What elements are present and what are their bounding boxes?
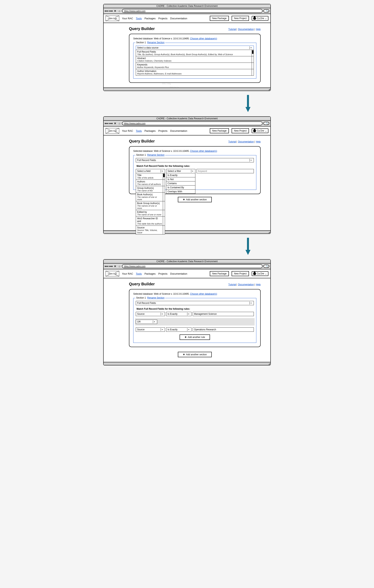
close-icon[interactable]: ✕ xyxy=(113,9,117,13)
chevron-down-icon: ⌄ xyxy=(265,129,267,132)
nav-documentation[interactable]: Documentation xyxy=(170,129,187,132)
new-project-button[interactable]: New Project xyxy=(232,128,249,133)
back-icon[interactable]: ⟸ xyxy=(105,122,108,125)
data-source-select[interactable]: Full Record Fields ▼ xyxy=(136,158,254,162)
field-opt-book-author[interactable]: Book Author(s)The names of one or more xyxy=(136,193,165,201)
filter-opt-overlaps[interactable]: Overlaps With xyxy=(166,190,195,194)
nav-packages[interactable]: Packages xyxy=(145,129,156,132)
filter-dropdown[interactable]: Is Exactly Is Not Contains Is Contained … xyxy=(166,173,195,194)
keyword-input[interactable] xyxy=(197,169,254,173)
db-prefix: Selected database: xyxy=(133,37,154,40)
nav-your-rac[interactable]: Your RAC xyxy=(122,17,133,20)
filter-opt-contained[interactable]: Is Contained By xyxy=(166,186,195,190)
nav-documentation[interactable]: Documentation xyxy=(170,272,187,275)
user-menu[interactable]: Ca Dre ⌄ xyxy=(252,271,269,276)
data-source-dropdown[interactable]: Full Record FieldsTitle, By (author), Gr… xyxy=(136,50,254,76)
nav-tools[interactable]: Tools xyxy=(136,129,142,132)
docs-link[interactable]: Documentation xyxy=(238,28,254,31)
add-section-button[interactable]: ✚ Add another section xyxy=(178,352,212,357)
data-source-select[interactable]: Full Record Fields ▼ xyxy=(136,301,254,305)
option-keywords[interactable]: KeywordsAuthor Keywords, Keywords Plus xyxy=(136,63,254,69)
docs-link[interactable]: Documentation xyxy=(238,140,254,143)
nav-packages[interactable]: Packages xyxy=(145,272,156,275)
nav-your-rac[interactable]: Your RAC xyxy=(122,129,133,132)
search-pill[interactable]: 🔍 xyxy=(263,9,269,12)
field-opt-authors[interactable]: AuthorsThe names of all authors. xyxy=(136,180,165,186)
nav-tools[interactable]: Tools xyxy=(136,272,142,275)
rename-section-link[interactable]: Rename Section xyxy=(147,296,165,299)
field-dropdown[interactable]: TitleTitle of the article. AuthorsThe na… xyxy=(136,173,165,234)
user-menu[interactable]: Ca Dre ⌄ xyxy=(252,128,269,133)
home-icon[interactable]: ⌂ xyxy=(118,122,121,125)
url-field[interactable]: https://www.cadre.com xyxy=(122,264,263,268)
new-project-button[interactable]: New Project xyxy=(232,271,249,276)
rule2-field-select[interactable]: Source▼ xyxy=(136,327,165,332)
resize-icon[interactable]: ◢ xyxy=(269,231,270,233)
option-full-record[interactable]: Full Record FieldsTitle, By (author), Gr… xyxy=(136,50,254,56)
field-opt-wos-id[interactable]: WoS Researcher ID andThis table lists th… xyxy=(136,217,165,226)
url-field[interactable]: https://www.cadre.com xyxy=(122,121,263,125)
help-link[interactable]: Help xyxy=(256,28,261,31)
filter-opt-not[interactable]: Is Not xyxy=(166,177,195,181)
scrollbar[interactable] xyxy=(252,50,254,75)
resize-icon[interactable]: ◢ xyxy=(269,363,270,365)
field-opt-source[interactable]: SourceSource Title, Volume, Issue xyxy=(136,226,165,234)
rule2-filter-select[interactable]: Is Exactly▼ xyxy=(166,327,191,332)
search-pill[interactable]: 🔍 xyxy=(263,265,269,268)
rule1-filter-select[interactable]: Is Exactly▼ xyxy=(166,312,191,316)
choose-db-link[interactable]: Choose other database(s) xyxy=(190,37,217,40)
add-section-button[interactable]: ✚ Add another section xyxy=(178,197,212,202)
search-pill[interactable]: 🔍 xyxy=(263,122,269,125)
nav-documentation[interactable]: Documentation xyxy=(170,17,187,20)
docs-link[interactable]: Documentation xyxy=(238,283,254,286)
rule1-value-input[interactable]: Management Science xyxy=(193,312,254,316)
url-field[interactable]: https://www.cadre.com xyxy=(122,9,263,13)
data-source-select[interactable]: Select a data sourse ▼ xyxy=(136,46,254,50)
forward-icon[interactable]: ⟹ xyxy=(109,264,113,268)
rule1-field-select[interactable]: Source▼ xyxy=(136,312,165,316)
help-link[interactable]: Help xyxy=(256,283,261,286)
tutorial-link[interactable]: Tutorial xyxy=(228,28,236,31)
choose-db-link[interactable]: Choose other database(s) xyxy=(190,150,217,152)
nav-projects[interactable]: Projects xyxy=(158,129,167,132)
field-opt-book-group[interactable]: Book Group Author(s)The names of one or … xyxy=(136,201,165,210)
filter-opt-contains[interactable]: Contains xyxy=(166,181,195,186)
nav-projects[interactable]: Projects xyxy=(158,17,167,20)
user-menu[interactable]: Ca Dre ⌄ xyxy=(252,16,269,21)
rename-section-link[interactable]: Rename Section xyxy=(147,41,165,44)
forward-icon[interactable]: ⟹ xyxy=(109,122,113,125)
option-author-info[interactable]: Author InformationReprint Address, Addre… xyxy=(136,69,254,75)
new-package-button[interactable]: New Package xyxy=(210,16,229,21)
rename-section-link[interactable]: Rename Section xyxy=(147,154,165,156)
nav-tools[interactable]: Tools xyxy=(136,17,142,20)
back-icon[interactable]: ⟸ xyxy=(105,9,108,13)
new-project-button[interactable]: New Project xyxy=(232,16,249,21)
nav-your-rac[interactable]: Your RAC xyxy=(122,272,133,275)
filter-select[interactable]: Select a filter ▼ xyxy=(166,169,195,173)
field-opt-title[interactable]: TitleTitle of the article. xyxy=(136,173,165,180)
resize-icon[interactable]: ◢ xyxy=(269,88,270,90)
rule2-value-input[interactable]: Operations Research xyxy=(193,327,254,332)
nav-packages[interactable]: Packages xyxy=(145,17,156,20)
filter-opt-exactly[interactable]: Is Exactly xyxy=(166,173,195,177)
back-icon[interactable]: ⟸ xyxy=(105,264,108,268)
option-abstract[interactable]: AbstractCitation Indexes, Chemistry Inde… xyxy=(136,56,254,63)
choose-db-link[interactable]: Choose other database(s) xyxy=(190,293,217,295)
close-icon[interactable]: ✕ xyxy=(113,264,117,268)
field-select[interactable]: Select a field ▼ xyxy=(136,169,165,173)
forward-icon[interactable]: ⟹ xyxy=(109,9,113,13)
home-icon[interactable]: ⌂ xyxy=(118,264,121,268)
home-icon[interactable]: ⌂ xyxy=(118,9,121,13)
field-opt-group-author[interactable]: Group Author(s)The name of the xyxy=(136,186,165,193)
field-opt-edited-by[interactable]: Edited byThe name of one or more xyxy=(136,210,165,217)
join-select[interactable]: OR▼ xyxy=(136,320,157,324)
tutorial-link[interactable]: Tutorial xyxy=(228,140,236,143)
add-rule-button[interactable]: ✚ Add another rule xyxy=(180,335,210,340)
new-package-button[interactable]: New Package xyxy=(210,128,229,133)
tutorial-link[interactable]: Tutorial xyxy=(228,283,236,286)
help-link[interactable]: Help xyxy=(256,140,261,143)
close-icon[interactable]: ✕ xyxy=(113,122,117,125)
nav-projects[interactable]: Projects xyxy=(158,272,167,275)
new-package-button[interactable]: New Package xyxy=(210,271,229,276)
scrollbar[interactable] xyxy=(163,173,165,234)
